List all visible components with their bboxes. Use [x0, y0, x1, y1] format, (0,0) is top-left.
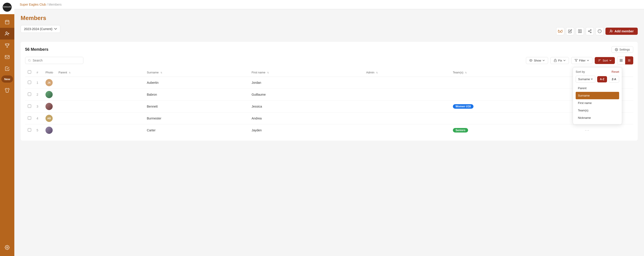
- svg-point-19: [610, 30, 612, 31]
- sort-az-button[interactable]: A-Z: [597, 76, 607, 82]
- svg-point-6: [6, 247, 8, 248]
- table-body: 1 JA Aubertin Jordan ··· 2: [25, 77, 633, 136]
- search-wrap: [25, 57, 83, 64]
- svg-point-22: [616, 49, 617, 50]
- season-selector[interactable]: 2023-2024 (Current): [20, 25, 60, 33]
- logo[interactable]: EAGLES: [0, 0, 14, 14]
- share-icon-btn[interactable]: [586, 27, 594, 35]
- row-checkbox[interactable]: [28, 81, 31, 84]
- table-row: 3 Bennett Jessica Women U16 ···: [25, 101, 633, 112]
- sidebar-item-members[interactable]: [0, 28, 14, 40]
- svg-point-25: [530, 60, 532, 61]
- shirt-icon: [5, 88, 10, 93]
- show-chevron-icon: [542, 60, 545, 61]
- list-view-button[interactable]: [625, 56, 633, 64]
- sidebar-item-handshake[interactable]: [0, 63, 14, 75]
- sort-icon: [598, 59, 601, 62]
- svg-rect-32: [621, 59, 622, 60]
- sort-chevron-icon: [609, 60, 612, 61]
- svg-point-12: [588, 31, 590, 32]
- table-row: 1 JA Aubertin Jordan ···: [25, 77, 633, 89]
- sort-za-button[interactable]: Z-A: [609, 76, 619, 83]
- topbar: Super Eagles Club / Members: [14, 0, 644, 9]
- new-button[interactable]: New: [1, 75, 13, 83]
- fix-chevron-icon: [563, 60, 566, 61]
- sort-option-surname[interactable]: Surname: [576, 92, 619, 99]
- svg-line-15: [589, 30, 590, 31]
- sort-dropdown: Sort by Reset Surname A-Z Z-A Parent Sur…: [573, 67, 622, 124]
- filters-row: Show Fix Filter Sort: [25, 56, 633, 64]
- svg-point-13: [590, 32, 592, 33]
- svg-line-14: [589, 32, 590, 32]
- svg-rect-26: [554, 60, 556, 62]
- sort-by-label: Sort by: [576, 70, 585, 73]
- svg-point-8: [560, 31, 562, 33]
- svg-point-11: [590, 30, 592, 31]
- columns-icon-btn[interactable]: [576, 27, 584, 35]
- sort-option-nickname[interactable]: Nickname: [576, 114, 619, 121]
- info-icon-btn[interactable]: [596, 27, 604, 35]
- sidebar-item-settings[interactable]: [0, 242, 14, 253]
- lock-icon: [554, 59, 557, 62]
- sort-dropdown-header: Sort by Reset: [576, 70, 619, 73]
- show-button[interactable]: Show: [526, 57, 548, 64]
- sort-option-firstname[interactable]: First name: [576, 99, 619, 107]
- row-checkbox[interactable]: [28, 128, 31, 132]
- add-member-button[interactable]: Add member: [606, 28, 638, 35]
- row-more-button[interactable]: ···: [585, 128, 590, 133]
- row-checkbox[interactable]: [28, 104, 31, 108]
- svg-point-23: [28, 59, 30, 61]
- list-icon: [628, 59, 631, 62]
- filter-icon: [574, 59, 578, 62]
- breadcrumb: Super Eagles Club / Members: [20, 3, 62, 6]
- eye-glasses-icon-btn[interactable]: [556, 27, 564, 35]
- row-checkbox[interactable]: [28, 116, 31, 120]
- sidebar-nav: New: [0, 14, 14, 256]
- row-checkbox[interactable]: [28, 92, 31, 96]
- handshake-icon: [5, 66, 10, 71]
- table-row: 2 Babron Guillaume ···: [25, 89, 633, 101]
- svg-rect-31: [620, 59, 621, 60]
- svg-line-24: [30, 61, 30, 61]
- chevron-down-icon: [54, 28, 57, 30]
- avatar: AB: [46, 115, 53, 122]
- mail-icon: [5, 55, 10, 60]
- edit-icon-btn[interactable]: [566, 27, 574, 35]
- sort-button[interactable]: Sort: [595, 57, 615, 64]
- filter-button[interactable]: Filter: [571, 57, 592, 64]
- page-title: Members: [20, 15, 638, 22]
- sort-select[interactable]: Surname: [576, 76, 596, 83]
- search-icon: [28, 59, 31, 62]
- sort-option-teams[interactable]: Team(s): [576, 107, 619, 114]
- breadcrumb-club[interactable]: Super Eagles Club: [20, 3, 46, 6]
- columns-icon: [578, 29, 582, 33]
- sidebar-item-mail[interactable]: [0, 51, 14, 63]
- logo-circle: EAGLES: [3, 3, 12, 12]
- members-card: 56 Members Settings Show: [20, 42, 638, 141]
- search-input[interactable]: [33, 59, 80, 62]
- settings-button[interactable]: Settings: [612, 46, 633, 53]
- filter-chevron-icon: [587, 60, 589, 61]
- main-content: Super Eagles Club / Members Members 2023…: [14, 0, 644, 256]
- gear-icon: [615, 48, 618, 51]
- svg-point-7: [558, 31, 560, 33]
- content-area: Members 2023-2024 (Current): [14, 9, 644, 256]
- svg-rect-34: [621, 61, 622, 62]
- sidebar: EAGLES New: [0, 0, 14, 256]
- sort-reset-link[interactable]: Reset: [612, 70, 619, 73]
- share-icon: [588, 29, 592, 33]
- members-icon: [5, 31, 10, 36]
- members-header: 56 Members Settings: [25, 46, 633, 53]
- sidebar-item-calendar[interactable]: [0, 16, 14, 28]
- svg-point-4: [6, 32, 8, 34]
- eye-icon: [529, 59, 532, 62]
- sidebar-item-trophy[interactable]: [0, 40, 14, 51]
- sidebar-item-shirt[interactable]: [0, 84, 14, 96]
- grid-view-button[interactable]: [617, 56, 625, 64]
- select-all-checkbox[interactable]: [28, 70, 31, 74]
- sort-option-parent[interactable]: Parent: [576, 84, 619, 92]
- grid-icon: [620, 59, 623, 62]
- fix-button[interactable]: Fix: [550, 57, 569, 64]
- svg-marker-27: [575, 59, 578, 62]
- svg-rect-9: [578, 30, 580, 33]
